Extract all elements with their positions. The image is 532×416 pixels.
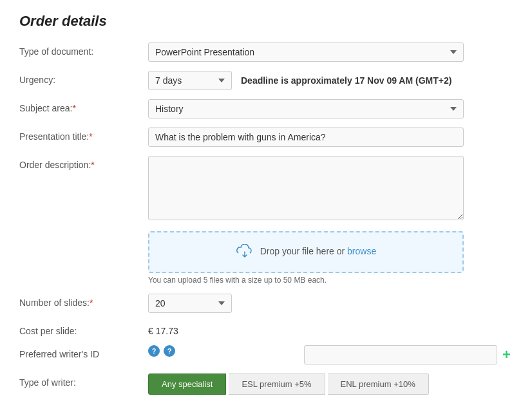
order-description-label: Order description:* <box>19 156 148 170</box>
urgency-row: Urgency: 1 day 2 days 3 days 5 days 7 da… <box>19 71 513 90</box>
preferred-writer-row: Preferred writer's ID ? ? + <box>19 345 513 364</box>
presentation-title-wrap <box>148 128 513 147</box>
upload-cloud-icon <box>236 244 254 260</box>
upload-text: Drop your file here or <box>260 246 345 256</box>
writer-esl-premium-button[interactable]: ESL premium +5% <box>229 373 325 395</box>
cost-per-slide-wrap: € 17.73 <box>148 322 513 336</box>
order-desc-required: * <box>91 160 94 170</box>
writer-enl-premium-button[interactable]: ENL premium +10% <box>328 373 429 395</box>
file-upload-wrap: Drop your file here or browse You can up… <box>148 231 513 285</box>
file-upload-area[interactable]: Drop your file here or browse <box>148 231 464 273</box>
type-of-writer-label: Type of writer: <box>19 373 148 388</box>
subject-area-select[interactable]: History English Mathematics Science Othe… <box>148 99 464 118</box>
cost-per-slide-value: € 17.73 <box>148 322 513 336</box>
subject-area-wrap: History English Mathematics Science Othe… <box>148 99 513 118</box>
preferred-writer-icons: ? ? <box>148 345 175 357</box>
cost-per-slide-label: Cost per slide: <box>19 322 148 336</box>
type-of-document-row: Type of document: PowerPoint Presentatio… <box>19 43 513 62</box>
presentation-title-label: Presentation title:* <box>19 128 148 142</box>
type-of-writer-wrap: Any specialist ESL premium +5% ENL premi… <box>148 373 513 395</box>
order-description-row: Order description:* <box>19 156 513 222</box>
presentation-title-row: Presentation title:* <box>19 128 513 147</box>
type-of-document-select[interactable]: PowerPoint Presentation Essay Research P… <box>148 43 464 62</box>
subject-area-label: Subject area:* <box>19 99 148 113</box>
type-of-writer-row: Type of writer: Any specialist ESL premi… <box>19 373 513 395</box>
urgency-wrap: 1 day 2 days 3 days 5 days 7 days 10 day… <box>148 71 513 90</box>
cost-per-slide-row: Cost per slide: € 17.73 <box>19 322 513 336</box>
file-upload-row: Drop your file here or browse You can up… <box>19 231 513 285</box>
number-of-slides-select[interactable]: 5 10 15 20 25 30 <box>148 294 232 313</box>
writer-any-specialist-button[interactable]: Any specialist <box>148 373 226 395</box>
add-writer-icon[interactable]: + <box>502 348 511 362</box>
upload-note: You can upload 5 files with a size up to… <box>148 276 464 285</box>
number-of-slides-label: Number of slides:* <box>19 294 148 308</box>
deadline-text: Deadline is approximately 17 Nov 09 AM (… <box>241 75 451 86</box>
writer-id-input-row: + <box>304 345 511 364</box>
subject-area-row: Subject area:* History English Mathemati… <box>19 99 513 118</box>
presentation-title-input[interactable] <box>148 128 464 147</box>
file-upload-spacer <box>19 231 148 235</box>
number-of-slides-wrap: 5 10 15 20 25 30 <box>148 294 513 313</box>
browse-link[interactable]: browse <box>347 246 376 256</box>
type-of-document-wrap: PowerPoint Presentation Essay Research P… <box>148 43 513 62</box>
urgency-select[interactable]: 1 day 2 days 3 days 5 days 7 days 10 day… <box>148 71 232 90</box>
order-description-wrap <box>148 156 513 222</box>
page-title: Order details <box>19 13 513 30</box>
help-icon-1[interactable]: ? <box>148 345 160 357</box>
order-description-textarea[interactable] <box>148 156 464 220</box>
preferred-writer-label: Preferred writer's ID <box>19 345 148 359</box>
help-icon-2[interactable]: ? <box>164 345 175 357</box>
urgency-label: Urgency: <box>19 71 148 85</box>
preferred-writer-input[interactable] <box>304 345 497 364</box>
number-of-slides-row: Number of slides:* 5 10 15 20 25 30 <box>19 294 513 313</box>
type-of-document-label: Type of document: <box>19 43 148 57</box>
